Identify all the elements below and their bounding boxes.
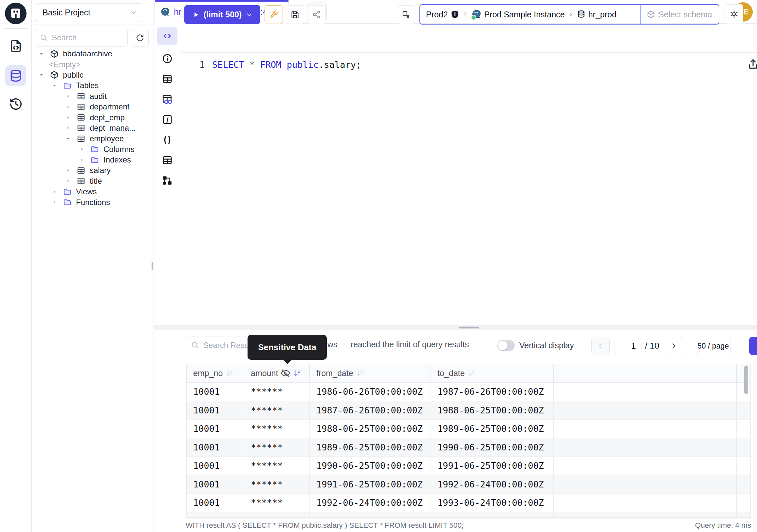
chevron-right-icon[interactable] [66,93,71,99]
history-icon[interactable] [9,97,23,111]
tree-item-dept-mana[interactable]: dept_mana... [32,123,154,133]
cell-to_date[interactable]: 1987-06-26T00:00:00Z [431,383,554,401]
table-row[interactable]: 10001******1993-06-24T00:00:00Z1994-06-2… [187,512,750,518]
cell-amount[interactable]: ****** [244,494,310,512]
panel-resize-handle[interactable] [154,325,757,330]
cell-to_date[interactable]: 1990-06-25T00:00:00Z [431,438,554,457]
chevron-down-icon[interactable] [39,51,44,57]
bytebase-logo[interactable] [5,3,26,24]
cell-from_date[interactable]: 1989-06-25T00:00:00Z [310,438,431,457]
cell-from_date[interactable]: 1987-06-26T00:00:00Z [310,401,431,420]
chevron-right-icon[interactable] [66,168,71,173]
chevron-right-icon[interactable] [79,157,85,163]
refresh-button[interactable] [131,29,149,47]
editor-rail-masked-table[interactable] [162,94,173,105]
tree-item-empty[interactable]: <Empty> [32,59,154,70]
page-number-input[interactable] [615,337,641,355]
page-size-select[interactable]: 50 / page [696,337,731,355]
editor-rail-table[interactable] [162,73,173,84]
table-row[interactable]: 10001******1991-06-25T00:00:00Z1992-06-2… [187,475,750,494]
cell-to_date[interactable]: 1994-06-24T00:00:00Z [431,512,554,518]
eye-off-icon[interactable] [281,368,290,378]
tree-item-department[interactable]: department [32,102,154,112]
cell-from_date[interactable]: 1990-06-25T00:00:00Z [310,457,431,475]
export-button-edge[interactable] [749,337,757,355]
chevron-right-icon[interactable] [66,125,71,131]
cell-to_date[interactable]: 1988-06-25T00:00:00Z [431,401,554,420]
table-row[interactable]: 10001******1992-06-24T00:00:00Z1993-06-2… [187,494,750,512]
table-row[interactable]: 10001******1987-06-26T00:00:00Z1988-06-2… [187,401,750,420]
tree-item-views[interactable]: Views [32,186,154,197]
sort-icon[interactable] [293,369,302,377]
connection-breadcrumb[interactable]: Prod2 Prod Sample Instance hr_prod Selec… [419,4,719,24]
tree-item-audit[interactable]: audit [32,91,154,102]
editor-rail-function-square[interactable]: f [162,114,173,125]
cell-emp_no[interactable]: 10001 [187,383,244,401]
chevron-right-icon[interactable] [66,104,71,110]
tree-item-bbdataarchive[interactable]: bbdataarchive [32,48,154,59]
table-scrollbar[interactable] [744,365,748,394]
cell-amount[interactable]: ****** [244,512,310,518]
cell-emp_no[interactable]: 10001 [187,420,244,438]
cell-emp_no[interactable]: 10001 [187,475,244,494]
sort-icon[interactable] [226,369,234,377]
tree-item-tables[interactable]: Tables [32,80,154,91]
tree-item-public[interactable]: public [32,70,154,80]
tree-item-columns[interactable]: Columns [32,144,154,155]
cell-from_date[interactable]: 1986-06-26T00:00:00Z [310,383,431,401]
table-row[interactable]: 10001******1990-06-25T00:00:00Z1991-06-2… [187,457,750,475]
cell-emp_no[interactable]: 10001 [187,457,244,475]
editor-rail-code-active[interactable] [157,27,177,45]
tree-item-indexes[interactable]: Indexes [32,155,154,165]
sidebar-search-input[interactable] [51,33,123,43]
editor-rail-schema-diagram[interactable] [162,175,173,186]
table-row[interactable]: 10001******1986-06-26T00:00:00Z1987-06-2… [187,383,750,401]
sort-icon[interactable] [468,369,476,377]
chevron-down-icon[interactable] [52,83,57,88]
chevron-right-icon[interactable] [66,178,71,184]
project-select[interactable]: Basic Project [35,3,143,22]
cell-amount[interactable]: ****** [244,420,310,438]
save-button[interactable] [286,5,304,24]
cell-amount[interactable]: ****** [244,475,310,494]
cell-to_date[interactable]: 1992-06-24T00:00:00Z [431,475,554,494]
sidebar-item-databases[interactable] [5,65,26,86]
chevron-right-icon[interactable] [52,189,57,195]
cell-from_date[interactable]: 1992-06-24T00:00:00Z [310,494,431,512]
cell-to_date[interactable]: 1989-06-25T00:00:00Z [431,420,554,438]
tree-item-employee[interactable]: employee [32,133,154,144]
tree-item-title[interactable]: title [32,176,154,186]
editor-rail-parens[interactable] [162,134,173,145]
cell-emp_no[interactable]: 10001 [187,438,244,457]
table-row[interactable]: 10001******1989-06-25T00:00:00Z1990-06-2… [187,438,750,457]
next-page-button[interactable] [665,337,683,355]
chevron-right-icon[interactable] [52,200,57,205]
editor-rail-table[interactable] [162,155,173,166]
chevron-right-icon[interactable] [66,115,71,120]
cell-amount[interactable]: ****** [244,438,310,457]
cell-from_date[interactable]: 1993-06-24T00:00:00Z [310,512,431,518]
worksheets-icon[interactable] [9,39,23,53]
cell-to_date[interactable]: 1991-06-25T00:00:00Z [431,457,554,475]
tree-item-functions[interactable]: Functions [32,197,154,207]
cell-amount[interactable]: ****** [244,401,310,420]
cell-to_date[interactable]: 1993-06-24T00:00:00Z [431,494,554,512]
admin-wrench-button[interactable] [264,5,283,24]
cell-emp_no[interactable]: 10001 [187,512,244,518]
upload-icon[interactable] [747,58,757,70]
chevron-down-icon[interactable] [39,72,44,78]
prev-page-button[interactable] [591,337,610,355]
run-query-button[interactable]: (limit 500) [184,5,260,24]
cell-emp_no[interactable]: 10001 [187,494,244,512]
cell-from_date[interactable]: 1991-06-25T00:00:00Z [310,475,431,494]
select-schema[interactable]: Select schema [641,10,719,19]
tree-item-dept-emp[interactable]: dept_emp [32,112,154,122]
cell-amount[interactable]: ****** [244,383,310,401]
sql-editor[interactable]: 1 SELECT * FROM public.salary; [181,53,757,325]
table-row[interactable]: 10001******1988-06-25T00:00:00Z1989-06-2… [187,420,750,438]
share-button[interactable] [307,5,325,24]
tree-item-salary[interactable]: salary [32,165,154,175]
batch-query-button[interactable] [397,5,415,24]
chevron-down-icon[interactable] [66,136,71,141]
editor-rail-info[interactable] [162,53,173,64]
